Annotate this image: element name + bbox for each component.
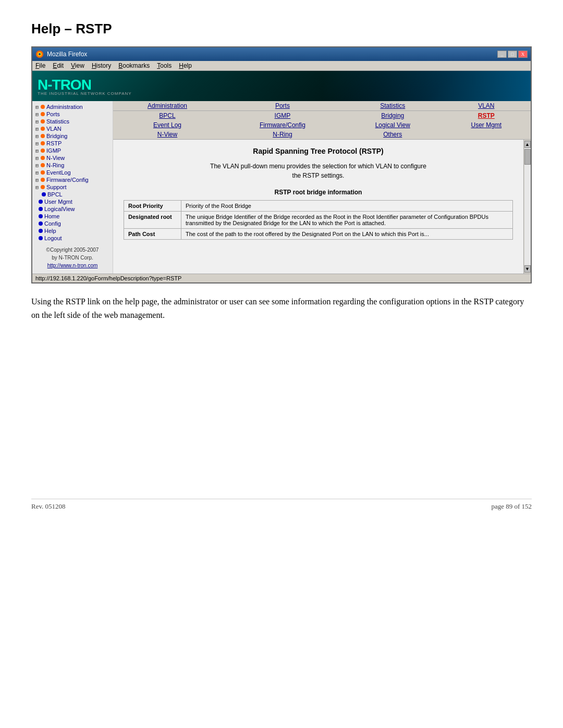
sidebar-item-bpcl[interactable]: BPCL: [32, 191, 113, 198]
sidebar-item-nring[interactable]: ⊞ N-Ring: [32, 162, 113, 169]
nav-rstp[interactable]: RSTP: [478, 112, 495, 119]
bullet-icon: [41, 105, 45, 109]
sidebar-item-rstp[interactable]: ⊞ RSTP: [32, 140, 113, 147]
scroll-track[interactable]: [524, 148, 531, 265]
content-wrapper: Administration Ports Statistics VLAN BPC…: [113, 101, 531, 274]
bullet-icon: [39, 221, 43, 226]
nav-eventlog[interactable]: Event Log: [153, 121, 181, 129]
sidebar-label-vlan: VLAN: [46, 126, 62, 132]
logo-text: N-TRON: [38, 77, 91, 93]
description-paragraph: Using the RSTP link on the help page, th…: [31, 295, 532, 322]
expand-icon: ⊞: [35, 126, 39, 132]
sidebar-item-vlan[interactable]: ⊞ VLAN: [32, 125, 113, 132]
scroll-down-button[interactable]: ▼: [524, 265, 531, 273]
expand-icon: ⊞: [35, 141, 39, 146]
menu-help[interactable]: Help: [179, 62, 192, 69]
table-row: Designated root The unique Bridge Identi…: [124, 212, 513, 229]
sidebar-item-config[interactable]: Config: [32, 220, 113, 227]
nav-vlan[interactable]: VLAN: [478, 102, 494, 109]
sidebar-item-administration[interactable]: ⊞ Administration: [32, 103, 113, 110]
browser-titlebar: Mozilla Firefox _ □ X: [32, 47, 531, 61]
menu-file[interactable]: File: [35, 62, 45, 69]
expand-icon: ⊞: [35, 177, 39, 183]
firefox-icon: [35, 50, 44, 58]
svg-point-2: [39, 53, 41, 55]
table-row: Path Cost The cost of the path to the ro…: [124, 229, 513, 240]
nav-ports[interactable]: Ports: [275, 102, 290, 109]
content-scrollable-area: Rapid Spanning Tree Protocol (RSTP) The …: [113, 140, 531, 274]
page-title: Help – RSTP: [31, 21, 532, 37]
scroll-thumb[interactable]: [524, 149, 531, 165]
bullet-icon: [41, 156, 45, 160]
nav-table: Administration Ports Statistics VLAN BPC…: [113, 101, 531, 139]
sidebar-item-help[interactable]: Help: [32, 227, 113, 235]
bullet-icon: [41, 127, 45, 131]
bullet-icon: [41, 170, 45, 175]
sidebar-item-nview[interactable]: ⊞ N-View: [32, 154, 113, 162]
nav-bridging[interactable]: Bridging: [381, 112, 404, 119]
sidebar-item-home[interactable]: Home: [32, 213, 113, 220]
expand-icon: ⊞: [35, 148, 39, 154]
bullet-icon: [42, 192, 46, 196]
footer-page: page 89 of 152: [491, 502, 532, 511]
table-cell-value: The cost of the path to the root offered…: [181, 229, 513, 240]
menu-view[interactable]: View: [71, 62, 84, 69]
bullet-icon: [41, 185, 45, 189]
bullet-icon: [39, 207, 43, 211]
sidebar-item-logicalview[interactable]: LogicalView: [32, 205, 113, 213]
status-bar: http://192.168.1.220/goForm/helpDescript…: [32, 274, 531, 282]
sidebar-item-usermgmt[interactable]: User Mgmt: [32, 198, 113, 205]
expand-icon: ⊞: [35, 163, 39, 168]
status-url: http://192.168.1.220/goForm/helpDescript…: [35, 275, 181, 281]
section-title: RSTP root bridge information: [124, 189, 513, 196]
content-title: Rapid Spanning Tree Protocol (RSTP): [124, 147, 513, 155]
expand-icon: ⊞: [35, 119, 39, 125]
sidebar-item-logout[interactable]: Logout: [32, 235, 113, 242]
menu-bookmarks[interactable]: Bookmarks: [118, 62, 150, 69]
sidebar-item-statistics[interactable]: ⊞ Statistics: [32, 118, 113, 125]
browser-menubar: File Edit View History Bookmarks Tools H…: [32, 61, 531, 71]
menu-history[interactable]: History: [92, 62, 111, 69]
bullet-icon: [39, 229, 43, 233]
sidebar-item-support[interactable]: ⊞ Support: [32, 183, 113, 191]
sidebar-item-eventlog[interactable]: ⊞ EventLog: [32, 169, 113, 176]
sidebar-label-nring: N-Ring: [46, 162, 64, 168]
menu-edit[interactable]: Edit: [53, 62, 64, 69]
header-overlay: [322, 71, 531, 101]
sidebar-label-help: Help: [44, 228, 56, 234]
sidebar-label-support: Support: [46, 184, 67, 190]
nav-nview[interactable]: N-View: [157, 131, 177, 138]
scroll-up-button[interactable]: ▲: [524, 141, 531, 148]
sidebar-label-bridging: Bridging: [46, 133, 67, 139]
nav-nring[interactable]: N-Ring: [273, 131, 292, 138]
sidebar-item-igmp[interactable]: ⊞ IGMP: [32, 147, 113, 154]
nav-igmp[interactable]: IGMP: [275, 112, 291, 119]
browser-controls[interactable]: _ □ X: [497, 51, 528, 58]
expand-icon: ⊞: [35, 112, 39, 117]
nav-administration[interactable]: Administration: [148, 102, 187, 109]
nav-logicalview[interactable]: Logical View: [375, 121, 410, 129]
nav-others[interactable]: Others: [383, 131, 402, 138]
expand-icon: ⊞: [35, 184, 39, 190]
bullet-icon: [39, 200, 43, 204]
scrollbar[interactable]: ▲ ▼: [523, 140, 531, 274]
sidebar-item-bridging[interactable]: ⊞ Bridging: [32, 132, 113, 140]
nav-statistics[interactable]: Statistics: [380, 102, 405, 109]
maximize-button[interactable]: □: [508, 51, 517, 58]
sidebar-label-home: Home: [44, 213, 59, 219]
sidebar-label-config: Config: [44, 220, 61, 227]
nav-firmware[interactable]: Firmware/Config: [260, 121, 305, 129]
sidebar-item-ports[interactable]: ⊞ Ports: [32, 110, 113, 118]
page-footer: Rev. 051208 page 89 of 152: [31, 499, 532, 511]
nav-usermgmt[interactable]: User Mgmt: [471, 121, 501, 129]
copyright-url[interactable]: http://www.n-tron.com: [47, 263, 98, 268]
expand-icon: ⊞: [35, 133, 39, 139]
close-button[interactable]: X: [518, 51, 528, 58]
info-table: Root Priority Priority of the Root Bridg…: [124, 200, 513, 240]
nav-bpcl[interactable]: BPCL: [159, 112, 175, 119]
sidebar-item-firmware[interactable]: ⊞ Firmware/Config: [32, 176, 113, 183]
minimize-button[interactable]: _: [497, 51, 507, 58]
expand-icon: ⊞: [35, 170, 39, 176]
sidebar-label-igmp: IGMP: [46, 147, 61, 154]
menu-tools[interactable]: Tools: [157, 62, 172, 69]
